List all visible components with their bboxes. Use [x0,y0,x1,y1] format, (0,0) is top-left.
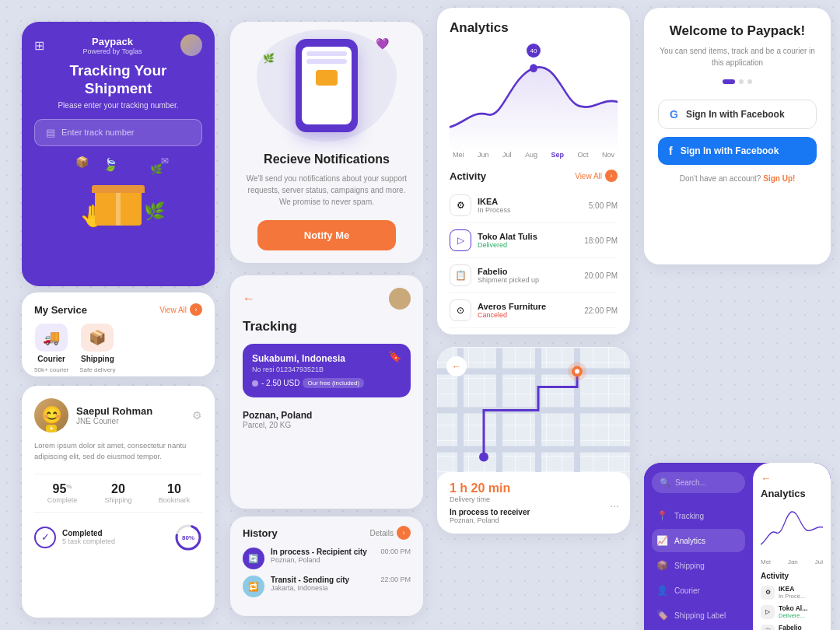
no-account-text: Don't have an account? Sign Up! [658,174,817,183]
panel-fabelio-name: Fabelio [779,624,807,630]
shipping-label: Shipping [81,355,114,363]
map-back-arrow[interactable]: ← [446,356,467,376]
notify-button[interactable]: Notify Me [257,220,397,250]
more-options-icon[interactable]: ··· [610,499,619,512]
mini-label-2: Jan [788,558,798,565]
shipping-service[interactable]: 📦 Shipping Safe delivery [79,324,115,373]
mini-label-1: Mei [761,558,771,565]
history-time-2: 22:00 PM [380,576,411,583]
activity-item-averos[interactable]: ⊙ Averos Furniture Canceled 22:00 PM [450,293,618,328]
history-item-2: 🔁 Transit - Sending city Jakarta, Indone… [243,576,411,597]
analytics-chart: 40 [450,44,618,145]
svg-point-10 [479,453,488,462]
phone-illustration [296,39,358,132]
dot-3 [747,79,752,84]
courier-sub: 50k+ courier [34,366,68,373]
nav-item-shipping-label[interactable]: 🏷️ Shipping Label [652,604,745,627]
panel-item-fabelio: 📋 Fabelio Shipmen... [761,624,823,630]
app-name: Paypack [83,36,142,47]
nav-item-analytics[interactable]: 📈 Analytics [652,529,745,552]
panel-toko-status: Delivere... [779,612,807,619]
welcome-card: Welcome to Paypack! You can send items, … [644,8,831,264]
nav-label-courier: Courier [674,586,700,595]
service-title: My Service [34,304,87,316]
activity-item-fabelio[interactable]: 📋 Fabelio Shipment picked up 20:00 PM [450,258,618,293]
delivery-time-label: Delivery time [450,495,510,503]
service-view-all[interactable]: View All › [159,303,202,316]
back-arrow-icon[interactable]: ← [243,292,255,306]
notify-title: Recieve Notifications [264,152,390,166]
track-cost: - 2.50 USD Our free (included) [252,378,401,388]
activity-item-ikea[interactable]: ⚙ IKEA In Process 5:00 PM [450,188,618,223]
search-placeholder: Search... [675,478,706,487]
history-item-1: 🔄 In process - Recipient city Poznan, Po… [243,548,411,569]
profile-name: Saepul Rohman [76,405,152,417]
nav-label-shipping: Shipping [674,562,705,570]
svg-point-2 [530,64,537,72]
track-placeholder: Enter track number [61,128,135,137]
shipping-icon: 📦 [81,324,114,352]
history-status-1: In process - Recipient city [271,548,367,556]
free-badge: Our free (included) [303,378,364,388]
shipping-label: Shipping [90,496,146,504]
averos-name: Averos Furniture [478,302,546,311]
complete-stat: 95% Complete [34,482,90,504]
panel-item-ikea: ⚙ IKEA In Proce... [761,585,823,600]
sidebar-search[interactable]: 🔍 Search... [652,472,745,493]
activity-view-all[interactable]: View All › [575,170,618,182]
courier-service[interactable]: 🚚 Courier 50k+ courier [34,324,68,373]
activity-header: Activity View All › [450,170,618,182]
track-number-input[interactable]: ▤ Enter track number [34,119,202,146]
panel-fabelio-icon: 📋 [761,625,775,631]
phone-screen [302,47,352,124]
averos-status: Canceled [478,311,546,319]
details-arrow[interactable]: › [397,526,411,540]
tracking-illustration: 📦 🌿 ✉ 🤚 🌿 🍃 [34,156,202,226]
bookmark-val: 10 [146,482,202,496]
welcome-title: Welcome to Paypack! [658,23,817,39]
completed-icon: ✓ [34,527,56,548]
facebook-signin-button[interactable]: f Sign In with Facebook [658,137,817,165]
history-title: History [243,527,278,539]
history-icon-2: 🔁 [243,576,264,597]
panel-ikea-status: In Proce... [779,593,805,600]
google-signin-button[interactable]: G Sign In with Facebook [658,100,817,129]
nav-item-shipping[interactable]: 📦 Shipping [652,554,745,577]
panel-activity-title: Activity [761,572,823,580]
history-time-1: 00:00 PM [380,548,411,555]
activity-title: Activity [450,170,486,182]
sign-up-link[interactable]: Sign Up! [763,174,795,183]
completed-text: Completed [62,529,115,537]
mini-chart-labels: Mei Jan Jul [761,558,823,565]
nav-item-courier[interactable]: 👤 Courier [652,579,745,602]
activity-item-toko[interactable]: ▷ Toko Alat Tulis Delivered 18:00 PM [450,223,618,258]
menu-icon[interactable]: ⊞ [34,38,44,53]
phone-package [316,70,338,86]
panel-back-arrow[interactable]: ← [761,472,823,485]
history-header: History Details › [243,526,411,540]
bookmark-label: Bookmark [146,496,202,504]
barcode-icon: ▤ [46,127,55,138]
welcome-desc: You can send items, track and be a couri… [658,45,817,68]
courier-nav-icon: 👤 [656,585,668,596]
analytics-card: Analytics 40 Mei Jun Jul Aug Sep Oct Nov… [437,8,630,334]
svg-point-13 [575,369,579,374]
averos-icon: ⊙ [450,299,471,321]
shipping-nav-icon: 📦 [656,560,668,571]
settings-icon[interactable]: ⚙ [192,409,202,422]
bookmark-icon[interactable]: 🔖 [388,350,401,362]
details-link[interactable]: Details [369,529,394,537]
shipping-label-nav-icon: 🏷️ [656,610,668,621]
averos-time: 22:00 PM [584,306,618,315]
panel-ikea-name: IKEA [779,585,805,593]
fabelio-time: 20:00 PM [584,271,618,280]
details-row: Details › [369,526,411,540]
courier-label: Courier [37,355,65,363]
track2-title: Tracking [243,319,411,334]
track-no: No resi 01234793521B [252,366,345,373]
delivery-time: 1 h 20 min [450,481,510,495]
google-icon: G [670,108,678,121]
nav-item-tracking[interactable]: 📍 Tracking [652,504,745,527]
analytics-panel: ← Analytics Mei Jan Jul Activity ⚙ IKEA … [753,463,831,630]
app-powered: Powered by Toglas [83,47,142,55]
